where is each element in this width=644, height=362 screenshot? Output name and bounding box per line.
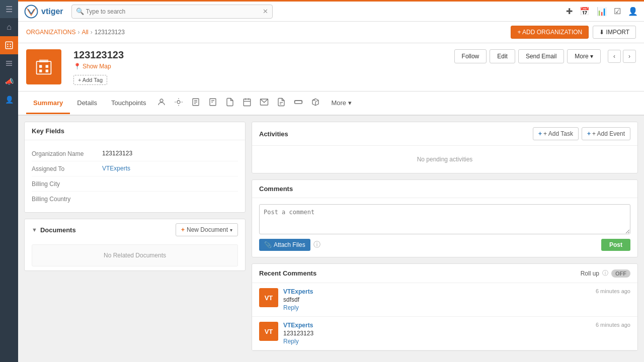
svg-point-15	[160, 99, 163, 102]
search-clear-icon[interactable]: ✕	[263, 8, 268, 15]
person-icon[interactable]: 👤	[0, 90, 18, 109]
docs-toggle-icon[interactable]: ▼	[32, 227, 37, 233]
tab-details[interactable]: Details	[70, 93, 104, 114]
rollup-toggle[interactable]: OFF	[611, 269, 630, 278]
topnav: vtiger 🔍 ✕ ✚ 📅 📊 ☑ 👤	[18, 2, 644, 22]
svg-rect-1	[7, 44, 8, 45]
comment-input[interactable]	[259, 204, 630, 234]
page-header: ORGANIZATIONS › All › 123123123 + ADD OR…	[18, 22, 644, 43]
add-tag-button[interactable]: + Add Tag	[73, 75, 107, 85]
breadcrumb-module[interactable]: ORGANIZATIONS	[26, 29, 75, 36]
documents-title: ▼ Documents	[32, 226, 76, 234]
nav-arrows: ‹ ›	[608, 50, 636, 63]
comment-item: VT VTExperts sdfsdf Reply 6 minutes ago	[252, 283, 637, 317]
documents-tab-icon[interactable]	[221, 92, 238, 115]
tab-touchpoints[interactable]: Touchpoints	[104, 93, 153, 114]
record-icon	[26, 49, 61, 84]
follow-button[interactable]: Follow	[454, 49, 487, 63]
comments-body: 📎 Attach Files ⓘ Post	[252, 198, 637, 257]
page-header-actions: + ADD ORGANIZATION ⬇ IMPORT	[511, 26, 636, 39]
show-map-link[interactable]: 📍 Show Map	[73, 63, 124, 70]
new-document-button[interactable]: + New Document ▾	[176, 223, 238, 236]
orders-tab-icon[interactable]	[204, 92, 221, 115]
home-icon[interactable]: ⌂	[0, 18, 18, 36]
next-record-button[interactable]: ›	[623, 50, 636, 63]
comment-reply-link[interactable]: Reply	[283, 338, 313, 345]
info-icon[interactable]: ⓘ	[313, 240, 320, 249]
field-label-billing-city: Billing City	[32, 180, 102, 188]
add-event-button[interactable]: + + Add Event	[582, 127, 630, 140]
tickets-tab-icon[interactable]	[290, 92, 307, 115]
email-tab-icon[interactable]	[256, 92, 273, 115]
documents-header: ▼ Documents + New Document ▾	[25, 219, 245, 240]
field-value-assigned-to[interactable]: VTExperts	[102, 165, 130, 172]
reports-tab-icon[interactable]	[273, 92, 290, 115]
comment-reply-link[interactable]: Reply	[283, 304, 313, 311]
svg-rect-31	[295, 101, 302, 104]
comment-item: VT VTExperts 123123123 Reply 6 minutes a…	[252, 317, 637, 350]
comment-row: VTExperts 123123123 Reply 6 minutes ago	[283, 322, 630, 345]
key-fields-title: Key Fields	[25, 122, 245, 140]
comment-content: VTExperts sdfsdf Reply 6 minutes ago	[283, 288, 630, 311]
field-assigned-to: Assigned To VTExperts	[32, 161, 238, 176]
record-title: 123123123 📍 Show Map + Add Tag	[73, 49, 124, 85]
map-pin-icon: 📍	[73, 63, 81, 70]
more-button[interactable]: More ▾	[567, 49, 601, 63]
comment-author[interactable]: VTExperts	[283, 322, 313, 329]
breadcrumb: ORGANIZATIONS › All › 123123123	[26, 29, 125, 36]
search-icon: 🔍	[76, 8, 84, 15]
post-comment-button[interactable]: Post	[601, 239, 630, 251]
record-name: 123123123	[73, 49, 124, 61]
edit-button[interactable]: Edit	[490, 49, 515, 63]
record-title-area: 123123123 📍 Show Map + Add Tag	[26, 49, 124, 85]
deals-tab-icon[interactable]	[170, 92, 187, 115]
svg-rect-6	[6, 63, 12, 63]
add-organization-button[interactable]: + ADD ORGANIZATION	[511, 26, 589, 39]
no-related-documents: No Related Documents	[32, 244, 238, 266]
svg-rect-0	[6, 42, 13, 49]
search-bar[interactable]: 🔍 ✕	[71, 5, 273, 19]
logo-text: vtiger	[41, 7, 63, 16]
sidebar: ☰ ⌂ 📣 👤	[0, 0, 18, 362]
activities-title: Activities	[259, 130, 288, 138]
comment-main: VTExperts sdfsdf Reply	[283, 288, 313, 311]
breadcrumb-all[interactable]: All	[82, 29, 88, 36]
megaphone-icon[interactable]: 📣	[0, 72, 18, 90]
attach-files-button[interactable]: 📎 Attach Files	[259, 239, 310, 251]
calendar-icon[interactable]: 📅	[580, 7, 590, 16]
comments-panel: Comments 📎 Attach Files ⓘ Post	[252, 179, 638, 257]
comment-author[interactable]: VTExperts	[283, 288, 313, 295]
comment-actions: 📎 Attach Files ⓘ Post	[259, 239, 630, 251]
recent-comments-panel: Recent Comments Roll up ⓘ OFF VT	[252, 263, 638, 351]
svg-rect-10	[39, 60, 48, 62]
svg-rect-2	[10, 44, 11, 45]
search-input[interactable]	[86, 8, 261, 15]
activities-header: Activities + + Add Task + + Add Event	[252, 122, 637, 146]
invoices-tab-icon[interactable]	[187, 92, 204, 115]
chart-icon[interactable]: 📊	[597, 7, 607, 16]
main-container: vtiger 🔍 ✕ ✚ 📅 📊 ☑ 👤 ORGANIZATIONS › All…	[18, 0, 644, 362]
tab-more[interactable]: More ▾	[324, 93, 358, 114]
field-label-billing-country: Billing Country	[32, 195, 102, 203]
list-icon[interactable]	[0, 54, 18, 72]
import-button[interactable]: ⬇ IMPORT	[593, 26, 636, 39]
contacts-tab-icon[interactable]	[153, 92, 170, 115]
svg-rect-11	[39, 65, 42, 67]
add-icon[interactable]: ✚	[566, 7, 573, 16]
user-icon[interactable]: 👤	[628, 7, 638, 16]
logo: vtiger	[24, 5, 63, 19]
prev-record-button[interactable]: ‹	[608, 50, 621, 63]
menu-icon[interactable]: ☰	[0, 0, 18, 18]
key-fields-panel: Key Fields Organization Name 123123123 A…	[24, 122, 246, 213]
rollup-info-icon[interactable]: ⓘ	[602, 269, 608, 278]
calendar-tab-icon[interactable]	[238, 92, 256, 115]
send-email-button[interactable]: Send Email	[518, 49, 564, 63]
tasks-icon[interactable]: ☑	[614, 7, 621, 16]
add-task-button[interactable]: + + Add Task	[533, 127, 579, 140]
tab-summary[interactable]: Summary	[26, 93, 70, 114]
recent-comments-header: Recent Comments Roll up ⓘ OFF	[252, 264, 637, 283]
field-label-org-name: Organization Name	[32, 150, 102, 157]
plus-icon: +	[587, 130, 591, 137]
building-icon[interactable]	[0, 36, 18, 54]
products-tab-icon[interactable]	[307, 92, 324, 115]
